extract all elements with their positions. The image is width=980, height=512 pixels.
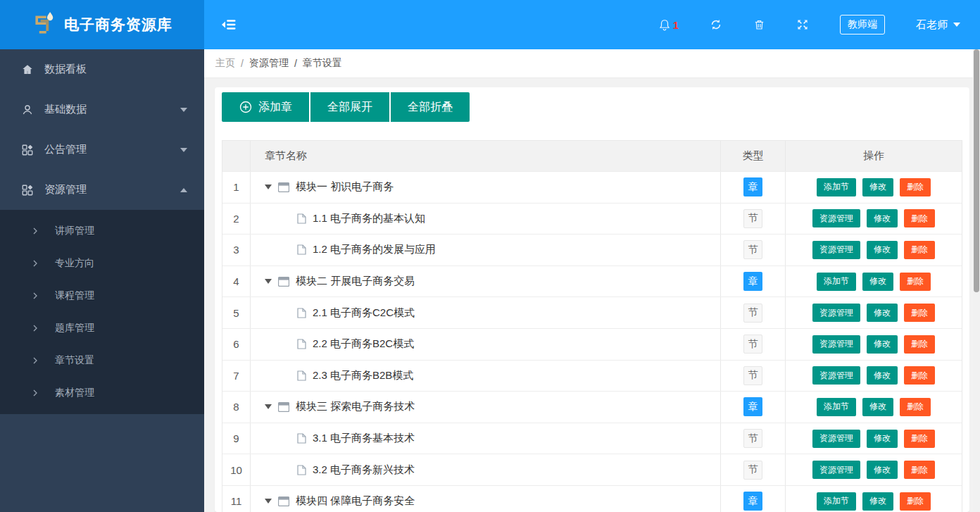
chevron-down-icon	[180, 148, 187, 152]
type-cell: 节	[721, 454, 786, 485]
breadcrumb-section: 资源管理	[249, 57, 289, 70]
chevron-right-icon	[31, 356, 39, 365]
top-header: 电子商务资源库 1	[0, 0, 980, 49]
edit-button[interactable]: 修改	[867, 335, 898, 354]
operations-cell: 资源管理修改删除	[786, 454, 962, 485]
sidebar-subitem[interactable]: 课程管理	[0, 280, 204, 312]
chevron-right-icon	[31, 324, 39, 332]
resource-manage-button[interactable]: 资源管理	[812, 335, 860, 354]
delete-button[interactable]: 删除	[904, 335, 935, 354]
tree-collapse-icon[interactable]	[265, 185, 272, 189]
tree-collapse-icon[interactable]	[265, 279, 272, 284]
operations-cell: 资源管理修改删除	[786, 329, 962, 360]
breadcrumb-page: 章节设置	[303, 57, 342, 70]
tree-collapse-icon[interactable]	[265, 499, 272, 504]
role-badge[interactable]: 教师端	[840, 15, 885, 35]
sidebar-subitem[interactable]: 讲师管理	[0, 215, 204, 247]
delete-button[interactable]: 删除	[904, 366, 935, 385]
delete-button[interactable]: 删除	[904, 304, 935, 322]
edit-button[interactable]: 修改	[862, 178, 893, 196]
delete-button[interactable]: 删除	[904, 461, 935, 479]
edit-button[interactable]: 修改	[867, 461, 898, 479]
edit-button[interactable]: 修改	[867, 209, 898, 227]
edit-button[interactable]: 修改	[862, 273, 893, 291]
resource-manage-button[interactable]: 资源管理	[812, 304, 860, 322]
notification-count: 1	[673, 19, 679, 31]
section-file-icon	[297, 308, 306, 318]
edit-button[interactable]: 修改	[867, 366, 898, 385]
resource-manage-button[interactable]: 资源管理	[812, 430, 860, 448]
user-menu[interactable]: 石老师	[916, 18, 960, 32]
delete-button[interactable]: 删除	[904, 430, 935, 448]
delete-button[interactable]: 删除	[904, 241, 935, 259]
table-row: 21.1 电子商务的基本认知节资源管理修改删除	[222, 203, 962, 235]
operations-cell: 资源管理修改删除	[786, 361, 962, 392]
table-row: 72.3 电子商务B2B模式节资源管理修改删除	[222, 360, 962, 392]
add-section-button[interactable]: 添加节	[817, 398, 856, 416]
row-index: 7	[222, 361, 251, 392]
chevron-right-icon	[31, 292, 39, 300]
sidebar-subitem[interactable]: 专业方向	[0, 247, 204, 280]
type-cell: 节	[721, 361, 786, 392]
chapter-name-text: 2.2 电子商务B2C模式	[313, 337, 414, 351]
scrollbar-thumb[interactable]	[974, 49, 979, 292]
resource-manage-button[interactable]: 资源管理	[812, 241, 860, 259]
delete-button[interactable]: 删除	[900, 273, 931, 291]
breadcrumb-home-link[interactable]: 主页	[215, 57, 235, 70]
breadcrumb: 主页 / 资源管理 / 章节设置	[204, 49, 980, 78]
main-area: 主页 / 资源管理 / 章节设置 添加章 全部展开	[204, 49, 980, 512]
notification-bell-icon[interactable]: 1	[658, 18, 679, 32]
add-section-button[interactable]: 添加节	[817, 178, 856, 196]
delete-button[interactable]: 删除	[900, 398, 931, 416]
edit-button[interactable]: 修改	[867, 304, 898, 322]
collapse-all-button[interactable]: 全部折叠	[391, 92, 470, 122]
section-file-icon	[297, 339, 306, 349]
table-header-index	[222, 141, 251, 171]
table-row: 52.1 电子商务C2C模式节资源管理修改删除	[222, 296, 962, 328]
sidebar-collapse-icon[interactable]	[221, 19, 236, 30]
chapter-name-cell: 3.1 电子商务基本技术	[251, 423, 721, 454]
sidebar-item-dashboard[interactable]: 数据看板	[0, 49, 204, 89]
row-index: 5	[222, 297, 251, 328]
edit-button[interactable]: 修改	[867, 241, 898, 259]
section-type-badge: 节	[743, 366, 762, 385]
sidebar-item-announcements[interactable]: 公告管理	[0, 130, 204, 170]
toolbar: 添加章 全部展开 全部折叠	[222, 92, 962, 122]
resource-manage-button[interactable]: 资源管理	[812, 366, 860, 385]
sidebar-subitem[interactable]: 题库管理	[0, 312, 204, 344]
sidebar-item-resources[interactable]: 资源管理	[0, 170, 204, 210]
add-section-button[interactable]: 添加节	[817, 273, 856, 291]
add-section-button[interactable]: 添加节	[817, 492, 856, 511]
delete-button[interactable]: 删除	[900, 492, 931, 511]
type-cell: 节	[721, 235, 786, 266]
tree-collapse-icon[interactable]	[265, 404, 272, 409]
refresh-icon[interactable]	[710, 18, 722, 31]
add-chapter-button[interactable]: 添加章	[222, 92, 309, 122]
operations-cell: 资源管理修改删除	[786, 235, 962, 266]
resource-manage-button[interactable]: 资源管理	[812, 461, 860, 479]
sidebar-submenu-resources: 讲师管理专业方向课程管理题库管理章节设置素材管理	[0, 210, 204, 414]
section-type-badge: 节	[743, 209, 762, 228]
sidebar-subitem[interactable]: 素材管理	[0, 377, 204, 409]
delete-button[interactable]: 删除	[900, 178, 931, 196]
row-index: 2	[222, 204, 251, 235]
expand-all-button[interactable]: 全部展开	[310, 92, 389, 122]
fullscreen-icon[interactable]	[796, 18, 809, 31]
sidebar-subitem[interactable]: 章节设置	[0, 344, 204, 377]
topbar: 1	[204, 0, 980, 49]
resource-manage-button[interactable]: 资源管理	[812, 209, 860, 227]
section-type-badge: 节	[743, 429, 762, 448]
username: 石老师	[916, 18, 948, 32]
app-icon	[21, 144, 34, 156]
edit-button[interactable]: 修改	[867, 430, 898, 448]
sidebar-item-basic-data[interactable]: 基础数据	[0, 89, 204, 130]
edit-button[interactable]: 修改	[862, 492, 893, 511]
trash-icon[interactable]	[753, 18, 765, 31]
section-type-badge: 节	[743, 335, 762, 354]
edit-button[interactable]: 修改	[862, 398, 893, 416]
table-row: 8模块三 探索电子商务技术章添加节修改删除	[222, 391, 962, 423]
table-row: 31.2 电子商务的发展与应用节资源管理修改删除	[222, 234, 962, 266]
scrollbar-track[interactable]	[973, 49, 980, 512]
section-type-badge: 节	[743, 461, 762, 480]
delete-button[interactable]: 删除	[904, 209, 935, 227]
